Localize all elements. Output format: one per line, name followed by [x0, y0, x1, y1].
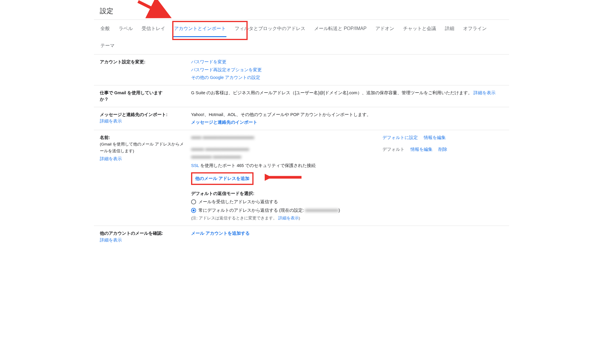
section-change-account-settings: アカウント設定を変更: パスワードを変更 パスワード再設定オプションを変更 その…: [94, 54, 509, 85]
radio-row-reply-from-received[interactable]: メールを受信したアドレスから返信する: [191, 198, 503, 205]
tab-forwarding[interactable]: メール転送と POP/IMAP: [314, 20, 367, 37]
link-add-mail-account[interactable]: メール アカウントを追加する: [191, 231, 250, 236]
label-reply-from-default-a: 常にデフォルトのアドレスから返信する (現在の設定:: [198, 208, 305, 213]
label-reply-mode: デフォルトの返信モードを選択:: [191, 190, 503, 197]
annotation-highlight-add-address: 他のメール アドレスを追加: [191, 172, 254, 185]
sendas-detail-2: ■■■■■■■■ ■■■■■■■■■■■: [191, 154, 241, 160]
sendas-name-1: ■■■■: [191, 134, 201, 141]
note-reply-b: ): [299, 216, 300, 220]
label-name-sub: (Gmail を使用して他のメール アドレスからメールを送信します): [100, 142, 184, 153]
sendas-ssl-line: SSL を使用したポート 465 でのセキュリティで保護された接続: [191, 162, 382, 169]
note-reply-a: (注: アドレスは返信するときに変更できます。: [191, 216, 277, 220]
text-default-2: デフォルト: [382, 146, 405, 153]
label-change-account-settings: アカウント設定を変更:: [100, 59, 145, 64]
tab-themes[interactable]: テーマ: [100, 37, 115, 54]
tab-offline[interactable]: オフライン: [463, 20, 487, 37]
tab-inbox[interactable]: 受信トレイ: [141, 20, 166, 37]
sendas-row-2: ■■■■■ ■■■■■■■■■■■■■■■■■ ■■■■■■■■ ■■■■■■■…: [191, 146, 503, 169]
link-edit-info-2[interactable]: 情報を編集: [410, 146, 433, 153]
tab-advanced[interactable]: 詳細: [444, 20, 455, 37]
ssl-label: SSL: [191, 163, 199, 168]
radio-reply-from-default[interactable]: [191, 208, 196, 213]
link-delete-2[interactable]: 削除: [438, 146, 447, 153]
tab-accounts-and-import[interactable]: アカウントとインポート: [173, 20, 226, 37]
link-check-other-learn-more[interactable]: 詳細を表示: [100, 238, 122, 242]
section-import: メッセージと連絡先のインポート: 詳細を表示 Yahoo!、Hotmail、AO…: [94, 107, 509, 130]
sendas-name-2: ■■■■■: [191, 146, 204, 153]
label-name: 名前:: [100, 135, 110, 140]
tab-filters[interactable]: フィルタとブロック中のアドレス: [234, 20, 306, 37]
link-import-learn-more[interactable]: 詳細を表示: [100, 119, 122, 123]
label-reply-from-received: メールを受信したアドレスから返信する: [198, 198, 278, 205]
sendas-email-1: ■■■■■■■■■■■■■■■■■■■■: [203, 134, 254, 141]
page-title: 設定: [94, 0, 509, 19]
sendas-email-2: ■■■■■■■■■■■■■■■■■: [205, 146, 249, 153]
label-gsuite-b: か？: [100, 97, 109, 102]
radio-row-reply-from-default[interactable]: 常にデフォルトのアドレスから返信する (現在の設定: ■■■■■■■■■■■■■…: [191, 207, 503, 214]
label-reply-from-default-b: ): [339, 208, 340, 213]
link-other-google-settings[interactable]: その他の Google アカウントの設定: [191, 74, 503, 81]
label-check-other: 他のアカウントのメールを確認:: [100, 231, 163, 236]
label-import: メッセージと連絡先のインポート:: [100, 112, 168, 117]
link-reply-note-learn-more[interactable]: 詳細を表示: [278, 216, 299, 220]
link-make-default-1[interactable]: デフォルトに設定: [382, 134, 418, 141]
label-gsuite-a: 仕事で Gmail を使用しています: [100, 90, 163, 95]
link-change-password[interactable]: パスワードを変更: [191, 59, 503, 65]
section-send-mail-as: 名前: (Gmail を使用して他のメール アドレスからメールを送信します) 詳…: [94, 130, 509, 226]
section-check-other-accounts: 他のアカウントのメールを確認: 詳細を表示 メール アカウントを追加する: [94, 226, 509, 247]
link-gsuite-learn-more[interactable]: 詳細を表示: [473, 90, 496, 95]
label-reply-from-default-blur: ■■■■■■■■■■■■■: [305, 207, 339, 214]
tab-labels[interactable]: ラベル: [118, 20, 133, 37]
section-gsuite: 仕事で Gmail を使用しています か？ G Suite のお客様は、ビジネス…: [94, 85, 509, 107]
link-add-another-email-address[interactable]: 他のメール アドレスを追加: [195, 176, 249, 181]
radio-reply-from-received[interactable]: [191, 199, 196, 204]
sendas-row-1: ■■■■ ■■■■■■■■■■■■■■■■■■■■ デフォルトに設定 情報を編集: [191, 134, 503, 141]
text-import-body: Yahoo!、Hotmail、AOL、その他のウェブメールや POP アカウント…: [191, 111, 503, 118]
settings-tabs: 全般 ラベル 受信トレイ アカウントとインポート フィルタとブロック中のアドレス…: [94, 19, 509, 55]
link-import-messages-contacts[interactable]: メッセージと連絡先のインポート: [191, 119, 503, 125]
link-sendas-learn-more[interactable]: 詳細を表示: [100, 155, 122, 162]
text-gsuite-body: G Suite のお客様は、ビジネス用のメールアドレス（[ユーザー名]@[ドメイ…: [191, 90, 472, 95]
tab-general[interactable]: 全般: [100, 20, 110, 37]
link-edit-info-1[interactable]: 情報を編集: [424, 134, 446, 141]
link-change-recovery-options[interactable]: パスワード再設定オプションを変更: [191, 67, 503, 73]
tab-chat[interactable]: チャットと会議: [402, 20, 437, 37]
tab-addons[interactable]: アドオン: [375, 20, 395, 37]
ssl-rest: を使用したポート 465 でのセキュリティで保護された接続: [199, 163, 316, 168]
